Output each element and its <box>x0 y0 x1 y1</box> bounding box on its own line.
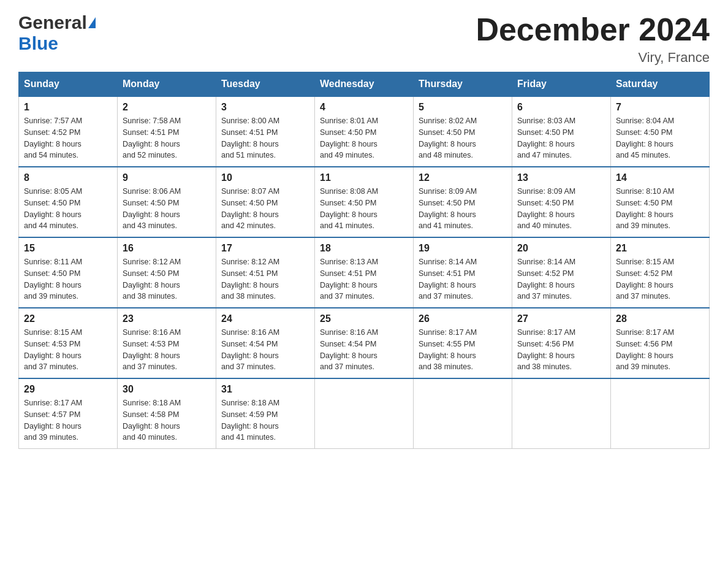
day-info: Sunrise: 8:16 AMSunset: 4:54 PMDaylight:… <box>221 327 309 373</box>
calendar-cell: 8Sunrise: 8:05 AMSunset: 4:50 PMDaylight… <box>19 167 118 237</box>
calendar-cell: 22Sunrise: 8:15 AMSunset: 4:53 PMDayligh… <box>19 308 118 378</box>
day-number: 2 <box>123 102 211 113</box>
header-friday: Friday <box>512 72 611 97</box>
day-number: 20 <box>517 243 605 254</box>
day-info: Sunrise: 8:14 AMSunset: 4:52 PMDaylight:… <box>517 256 605 302</box>
header-thursday: Thursday <box>414 72 512 97</box>
calendar-cell: 16Sunrise: 8:12 AMSunset: 4:50 PMDayligh… <box>118 237 216 308</box>
calendar-cell: 3Sunrise: 8:00 AMSunset: 4:51 PMDaylight… <box>216 96 315 167</box>
logo-general-text: General <box>18 12 87 33</box>
calendar-cell: 28Sunrise: 8:17 AMSunset: 4:56 PMDayligh… <box>611 308 710 378</box>
logo-triangle-icon <box>88 17 96 28</box>
calendar-cell: 1Sunrise: 7:57 AMSunset: 4:52 PMDaylight… <box>19 96 118 167</box>
week-row-1: 1Sunrise: 7:57 AMSunset: 4:52 PMDaylight… <box>19 96 710 167</box>
day-info: Sunrise: 8:08 AMSunset: 4:50 PMDaylight:… <box>320 186 408 232</box>
calendar-cell: 19Sunrise: 8:14 AMSunset: 4:51 PMDayligh… <box>414 237 512 308</box>
day-number: 4 <box>320 102 408 113</box>
calendar-cell <box>315 378 414 449</box>
day-info: Sunrise: 8:17 AMSunset: 4:57 PMDaylight:… <box>24 397 112 443</box>
day-number: 31 <box>221 384 309 395</box>
header-saturday: Saturday <box>611 72 710 97</box>
calendar-cell: 26Sunrise: 8:17 AMSunset: 4:55 PMDayligh… <box>414 308 512 378</box>
day-info: Sunrise: 8:16 AMSunset: 4:54 PMDaylight:… <box>320 327 408 373</box>
day-number: 29 <box>24 384 112 395</box>
day-info: Sunrise: 8:18 AMSunset: 4:58 PMDaylight:… <box>123 397 211 443</box>
calendar-cell: 4Sunrise: 8:01 AMSunset: 4:50 PMDaylight… <box>315 96 414 167</box>
calendar-title: December 2024 <box>476 12 710 47</box>
calendar-cell: 31Sunrise: 8:18 AMSunset: 4:59 PMDayligh… <box>216 378 315 449</box>
day-info: Sunrise: 8:12 AMSunset: 4:50 PMDaylight:… <box>123 256 211 302</box>
day-info: Sunrise: 8:15 AMSunset: 4:52 PMDaylight:… <box>616 256 704 302</box>
day-number: 23 <box>123 313 211 324</box>
day-number: 24 <box>221 313 309 324</box>
title-section: December 2024 Viry, France <box>476 12 710 66</box>
day-number: 6 <box>517 102 605 113</box>
calendar-cell: 15Sunrise: 8:11 AMSunset: 4:50 PMDayligh… <box>19 237 118 308</box>
day-number: 13 <box>517 172 605 183</box>
logo: General Blue <box>18 12 96 54</box>
header-wednesday: Wednesday <box>315 72 414 97</box>
header-tuesday: Tuesday <box>216 72 315 97</box>
day-number: 8 <box>24 172 112 183</box>
header-row: SundayMondayTuesdayWednesdayThursdayFrid… <box>19 72 710 97</box>
day-info: Sunrise: 7:57 AMSunset: 4:52 PMDaylight:… <box>24 115 112 161</box>
day-number: 25 <box>320 313 408 324</box>
calendar-cell: 6Sunrise: 8:03 AMSunset: 4:50 PMDaylight… <box>512 96 611 167</box>
calendar-cell: 20Sunrise: 8:14 AMSunset: 4:52 PMDayligh… <box>512 237 611 308</box>
day-info: Sunrise: 8:07 AMSunset: 4:50 PMDaylight:… <box>221 186 309 232</box>
calendar-cell: 9Sunrise: 8:06 AMSunset: 4:50 PMDaylight… <box>118 167 216 237</box>
calendar-cell: 10Sunrise: 8:07 AMSunset: 4:50 PMDayligh… <box>216 167 315 237</box>
calendar-cell: 11Sunrise: 8:08 AMSunset: 4:50 PMDayligh… <box>315 167 414 237</box>
day-info: Sunrise: 8:04 AMSunset: 4:50 PMDaylight:… <box>616 115 704 161</box>
calendar-cell: 24Sunrise: 8:16 AMSunset: 4:54 PMDayligh… <box>216 308 315 378</box>
day-info: Sunrise: 8:17 AMSunset: 4:56 PMDaylight:… <box>616 327 704 373</box>
day-number: 12 <box>419 172 507 183</box>
day-info: Sunrise: 8:06 AMSunset: 4:50 PMDaylight:… <box>123 186 211 232</box>
calendar-cell: 25Sunrise: 8:16 AMSunset: 4:54 PMDayligh… <box>315 308 414 378</box>
logo-blue-text: Blue <box>18 33 58 54</box>
week-row-4: 22Sunrise: 8:15 AMSunset: 4:53 PMDayligh… <box>19 308 710 378</box>
day-info: Sunrise: 8:13 AMSunset: 4:51 PMDaylight:… <box>320 256 408 302</box>
calendar-cell: 29Sunrise: 8:17 AMSunset: 4:57 PMDayligh… <box>19 378 118 449</box>
calendar-cell: 18Sunrise: 8:13 AMSunset: 4:51 PMDayligh… <box>315 237 414 308</box>
day-number: 18 <box>320 243 408 254</box>
calendar-cell: 27Sunrise: 8:17 AMSunset: 4:56 PMDayligh… <box>512 308 611 378</box>
day-info: Sunrise: 8:14 AMSunset: 4:51 PMDaylight:… <box>419 256 507 302</box>
day-number: 22 <box>24 313 112 324</box>
day-number: 27 <box>517 313 605 324</box>
calendar-location: Viry, France <box>476 50 710 66</box>
page-header: General Blue December 2024 Viry, France <box>18 12 710 66</box>
calendar-cell <box>512 378 611 449</box>
day-number: 30 <box>123 384 211 395</box>
calendar-cell: 14Sunrise: 8:10 AMSunset: 4:50 PMDayligh… <box>611 167 710 237</box>
day-number: 11 <box>320 172 408 183</box>
calendar-table: SundayMondayTuesdayWednesdayThursdayFrid… <box>18 72 710 449</box>
day-number: 1 <box>24 102 112 113</box>
day-number: 28 <box>616 313 704 324</box>
week-row-3: 15Sunrise: 8:11 AMSunset: 4:50 PMDayligh… <box>19 237 710 308</box>
header-monday: Monday <box>118 72 216 97</box>
calendar-cell: 7Sunrise: 8:04 AMSunset: 4:50 PMDaylight… <box>611 96 710 167</box>
day-number: 7 <box>616 102 704 113</box>
day-number: 10 <box>221 172 309 183</box>
calendar-cell <box>414 378 512 449</box>
day-number: 19 <box>419 243 507 254</box>
calendar-cell: 13Sunrise: 8:09 AMSunset: 4:50 PMDayligh… <box>512 167 611 237</box>
day-info: Sunrise: 8:00 AMSunset: 4:51 PMDaylight:… <box>221 115 309 161</box>
week-row-2: 8Sunrise: 8:05 AMSunset: 4:50 PMDaylight… <box>19 167 710 237</box>
day-info: Sunrise: 7:58 AMSunset: 4:51 PMDaylight:… <box>123 115 211 161</box>
day-info: Sunrise: 8:03 AMSunset: 4:50 PMDaylight:… <box>517 115 605 161</box>
day-number: 9 <box>123 172 211 183</box>
calendar-cell: 5Sunrise: 8:02 AMSunset: 4:50 PMDaylight… <box>414 96 512 167</box>
day-info: Sunrise: 8:02 AMSunset: 4:50 PMDaylight:… <box>419 115 507 161</box>
day-info: Sunrise: 8:09 AMSunset: 4:50 PMDaylight:… <box>419 186 507 232</box>
day-info: Sunrise: 8:10 AMSunset: 4:50 PMDaylight:… <box>616 186 704 232</box>
calendar-cell: 12Sunrise: 8:09 AMSunset: 4:50 PMDayligh… <box>414 167 512 237</box>
day-number: 3 <box>221 102 309 113</box>
day-number: 26 <box>419 313 507 324</box>
calendar-cell: 17Sunrise: 8:12 AMSunset: 4:51 PMDayligh… <box>216 237 315 308</box>
day-number: 14 <box>616 172 704 183</box>
day-info: Sunrise: 8:09 AMSunset: 4:50 PMDaylight:… <box>517 186 605 232</box>
calendar-cell: 21Sunrise: 8:15 AMSunset: 4:52 PMDayligh… <box>611 237 710 308</box>
day-info: Sunrise: 8:12 AMSunset: 4:51 PMDaylight:… <box>221 256 309 302</box>
